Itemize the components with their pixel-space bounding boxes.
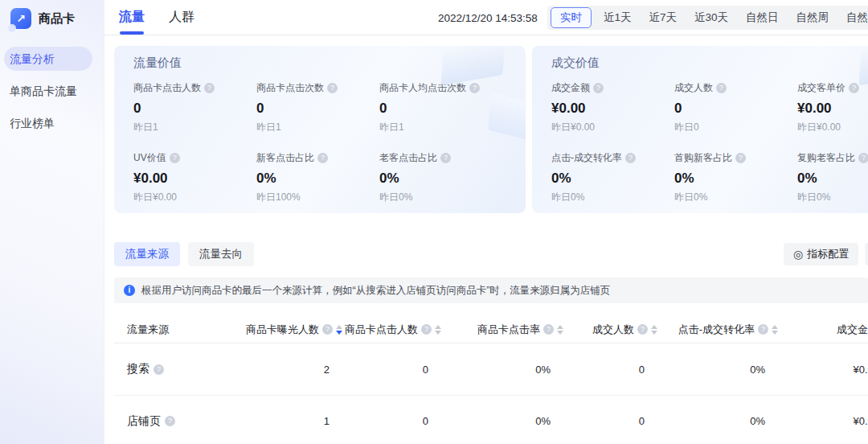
metric-yesterday: 昨日0%	[674, 191, 797, 204]
cell-transaction-amount: ¥0.00	[781, 415, 868, 427]
cutoff-button[interactable]	[865, 243, 868, 265]
info-banner-text: 根据用户访问商品卡的最后一个来源计算，例如“从搜索进入店铺页访问商品卡”时，流量…	[141, 284, 610, 298]
metric-value: ¥0.00	[797, 101, 868, 117]
metric-value: 0	[256, 101, 379, 117]
help-icon[interactable]: ?	[543, 324, 554, 335]
sort-icon[interactable]	[557, 325, 563, 335]
topbar-right: 2022/12/20 14:53:58 实时 近1天 近7天 近30天 自然日 …	[438, 0, 868, 35]
help-icon[interactable]: ?	[716, 83, 727, 93]
help-icon[interactable]: ?	[593, 83, 604, 93]
app-title: 商品卡	[39, 11, 75, 27]
metric-yesterday: 昨日1	[379, 121, 502, 134]
metric-repeat-purchase-old-ratio: 复购老客占比? 0% 昨日0%	[797, 151, 868, 204]
help-icon[interactable]: ?	[317, 153, 328, 163]
metric-new-customer-click-ratio: 新客点击占比? 0% 昨日100%	[256, 151, 379, 204]
help-icon[interactable]: ?	[758, 324, 768, 335]
help-icon[interactable]: ?	[849, 83, 859, 93]
metric-label: 首购新客占比	[674, 151, 732, 165]
panel-decoration-cube-icon	[441, 46, 506, 86]
tab-traffic-label: 流量	[119, 9, 145, 26]
table-row-search[interactable]: 搜索? 2 0 0% 0 0% ¥0.00	[114, 343, 868, 395]
sort-icon[interactable]	[435, 325, 441, 335]
sidebar-item-single-product-card-traffic[interactable]: 单商品卡流量	[4, 79, 92, 103]
help-icon[interactable]: ?	[625, 153, 636, 163]
help-icon[interactable]: ?	[735, 153, 746, 163]
metric-grid: 成交金额? ¥0.00 昨日¥0.00 成交人数? 0 昨日0 成交客单价? ¥…	[551, 81, 868, 204]
help-icon[interactable]: ?	[322, 324, 333, 335]
metric-label: 商品卡点击人数	[133, 81, 201, 95]
datetime-label: 2022/12/20 14:53:58	[438, 12, 538, 24]
sidebar-item-industry-ranking[interactable]: 行业榜单	[4, 111, 92, 135]
traffic-source-tab-button[interactable]: 流量来源	[114, 242, 180, 266]
period-selector: 实时 近1天 近7天 近30天 自然日 自然周 自然月 自	[547, 6, 868, 30]
column-header-transaction-users[interactable]: 成交人数?	[567, 323, 661, 337]
metric-first-purchase-new-ratio: 首购新客占比? 0% 昨日0%	[674, 151, 797, 204]
help-icon[interactable]: ?	[421, 324, 432, 335]
panel-title: 成交价值	[551, 56, 868, 71]
sort-icon[interactable]	[336, 325, 342, 335]
metric-value: 0	[133, 101, 256, 117]
period-last-30-days[interactable]: 近30天	[686, 6, 737, 30]
tab-audience[interactable]: 人群	[169, 0, 194, 35]
tab-traffic[interactable]: 流量	[119, 0, 145, 35]
metric-card-clicks-count: 商品卡点击次数? 0 昨日1	[256, 81, 379, 134]
topbar: 流量 人群 2022/12/20 14:53:58 实时 近1天 近7天 近30…	[104, 0, 868, 35]
app-logo-row: ↗ 商品卡	[0, 0, 104, 29]
column-header-click-conversion-rate[interactable]: 点击-成交转化率?	[661, 323, 781, 337]
help-icon[interactable]: ?	[170, 153, 180, 163]
help-icon[interactable]: ?	[154, 364, 164, 375]
metric-config-label: 指标配置	[807, 247, 849, 261]
metric-label: 新客点击占比	[256, 151, 314, 165]
metric-click-conversion-rate: 点击-成交转化率? 0% 昨日0%	[551, 151, 674, 204]
column-header-traffic-source: 流量来源	[114, 323, 203, 337]
gear-icon: ◎	[793, 249, 803, 260]
period-natural-week[interactable]: 自然周	[787, 6, 837, 30]
metric-value: 0%	[379, 171, 502, 187]
sort-icon[interactable]	[651, 325, 657, 335]
metric-card-clicks-users: 商品卡点击人数? 0 昨日1	[133, 81, 256, 134]
sort-icon[interactable]	[772, 325, 778, 335]
help-icon[interactable]: ?	[165, 416, 175, 426]
period-natural-month[interactable]: 自然月	[837, 6, 868, 30]
metric-value: ¥0.00	[133, 171, 256, 187]
panel-decoration-cube-icon	[859, 46, 868, 86]
help-icon[interactable]: ?	[858, 153, 868, 163]
period-realtime[interactable]: 实时	[551, 7, 592, 28]
cell-click-users: 0	[346, 364, 444, 376]
metric-label: 点击-成交转化率	[551, 151, 622, 165]
help-icon[interactable]: ?	[327, 83, 338, 93]
traffic-value-panel: 流量价值 商品卡点击人数? 0 昨日1 商品卡点击次数? 0 昨日1 商品卡人均…	[114, 46, 526, 213]
period-natural-day[interactable]: 自然日	[737, 6, 788, 30]
column-header-card-exposure-users[interactable]: 商品卡曝光人数?	[203, 323, 346, 337]
column-header-card-click-users[interactable]: 商品卡点击人数?	[346, 323, 444, 337]
period-last-1-day[interactable]: 近1天	[595, 6, 641, 30]
metric-label: 成交人数	[674, 81, 713, 95]
traffic-destination-tab-button[interactable]: 流量去向	[188, 242, 254, 266]
column-header-transaction-amount[interactable]: 成交金额?	[781, 323, 868, 337]
table-header-row: 流量来源 商品卡曝光人数? 商品卡点击人数? 商品卡点击率? 成交人数?	[114, 316, 868, 343]
cell-exposure-users: 2	[203, 364, 346, 376]
period-last-7-days[interactable]: 近7天	[640, 6, 686, 30]
metric-value: 0	[674, 101, 797, 117]
metric-yesterday: 昨日0%	[797, 191, 868, 204]
sidebar-nav: 流量分析 单商品卡流量 行业榜单	[0, 47, 104, 135]
cell-click-rate: 0%	[444, 364, 567, 376]
table-row-shop-page[interactable]: 店铺页? 1 0 0% 0 0% ¥0.00	[114, 395, 868, 444]
sidebar-item-traffic-analysis[interactable]: 流量分析	[4, 47, 92, 71]
metric-yesterday: 昨日0%	[379, 191, 502, 204]
cell-conversion-rate: 0%	[661, 364, 781, 376]
help-icon[interactable]: ?	[204, 83, 215, 93]
help-icon[interactable]: ?	[469, 83, 480, 93]
metric-yesterday: 昨日0%	[551, 191, 674, 204]
cell-click-users: 0	[346, 415, 444, 427]
help-icon[interactable]: ?	[440, 153, 451, 163]
info-icon: i	[124, 285, 135, 296]
metric-yesterday: 昨日0	[674, 121, 797, 134]
metric-value: ¥0.00	[551, 101, 674, 117]
help-icon[interactable]: ?	[637, 324, 648, 335]
metric-transaction-amount: 成交金额? ¥0.00 昨日¥0.00	[551, 81, 674, 134]
metric-card-clicks-per-user: 商品卡人均点击次数? 0 昨日1	[379, 81, 502, 134]
metric-yesterday: 昨日1	[133, 121, 256, 134]
column-header-card-click-rate[interactable]: 商品卡点击率?	[444, 323, 567, 337]
metric-config-button[interactable]: ◎ 指标配置	[784, 243, 858, 265]
